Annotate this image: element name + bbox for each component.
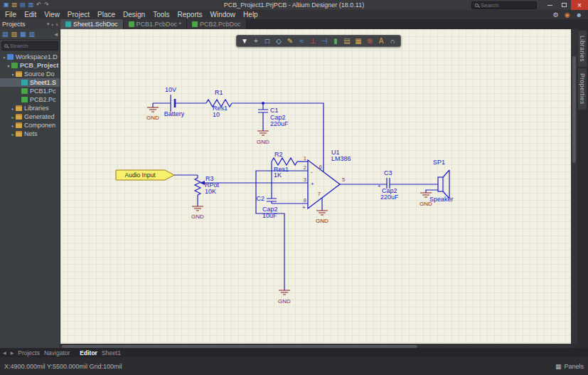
redo-icon[interactable]: ↷ [44, 0, 49, 10]
open-project-icon[interactable]: ▧ [11, 31, 18, 38]
gnd-symbol [257, 131, 269, 135]
projects-search-input[interactable] [10, 43, 51, 49]
capacitor-c2[interactable] [267, 199, 277, 201]
print-icon[interactable]: ▥ [28, 0, 34, 10]
close-icon[interactable]: × [55, 22, 58, 27]
user-icon[interactable]: ☻ [576, 11, 582, 19]
gnd-symbols[interactable] [147, 107, 432, 295]
menu-reports[interactable]: Reports [178, 11, 203, 19]
place-sheet-entry-icon[interactable]: ▦ [353, 36, 364, 46]
svg-text:8: 8 [304, 197, 306, 204]
place-sheet-icon[interactable]: ▤ [341, 36, 353, 46]
bottom-tab-editor[interactable]: Editor [80, 349, 97, 356]
titlebar-quick-access: ▣ ▧ ▤ ▥ ↶ ↷ [0, 0, 49, 10]
scroll-tabs-left-icon[interactable]: ◀ [3, 350, 6, 355]
menu-place[interactable]: Place [97, 11, 115, 19]
vertical-scrollbar[interactable] [571, 29, 577, 344]
place-part-icon[interactable]: ▮ [330, 36, 341, 46]
svg-text:C1: C1 [270, 107, 279, 114]
tab-libraries[interactable]: Libraries [578, 31, 587, 67]
resistor-r2[interactable] [272, 158, 297, 165]
bottom-tab-projects[interactable]: Projects [18, 349, 40, 356]
open-folder-icon[interactable]: ▧ [12, 0, 18, 10]
document-tab-bar: Projects ▾ ▪ × Sheet1.SchDoc PCB1.PcbDoc… [0, 19, 588, 29]
menu-edit[interactable]: Edit [24, 11, 36, 19]
menu-help[interactable]: Help [243, 11, 258, 19]
pin-icon[interactable]: ▪ [51, 22, 53, 27]
save-icon[interactable]: ▤ [20, 0, 26, 10]
tree-item-pcb1[interactable]: PCB1.Pc [0, 87, 60, 95]
potentiometer-r3[interactable] [195, 178, 205, 195]
undo-icon[interactable]: ↶ [36, 0, 41, 10]
capacitor-c1[interactable] [258, 110, 268, 112]
dropdown-icon[interactable]: ▾ [47, 21, 50, 27]
tab-pcb1-pcbdoc[interactable]: PCB1.PcbDoc * [124, 19, 188, 29]
menu-tools[interactable]: Tools [153, 11, 169, 19]
bottom-tab-sheet1[interactable]: Sheet1 [102, 349, 121, 356]
svg-text:10uF: 10uF [262, 212, 277, 219]
move-tool-icon[interactable]: + [250, 36, 262, 46]
maximize-button[interactable] [557, 0, 571, 10]
scroll-tabs-right-icon[interactable]: ▶ [11, 350, 14, 355]
bottom-tab-navigator[interactable]: Navigator [44, 349, 70, 356]
vertical-scrollbar-thumb[interactable] [572, 56, 576, 163]
tree-item-pcb-project[interactable]: ▾PCB_Project [0, 61, 60, 70]
folder-icon [16, 114, 22, 120]
menu-view[interactable]: View [44, 11, 60, 19]
schematic-canvas[interactable]: ▼ + □ ◇ ✎ ≈ ⊥ ⊣ ▮ ▤ ▦ ⊗ A ∩ [60, 29, 571, 344]
select-rect-icon[interactable]: □ [262, 36, 273, 46]
global-search-input[interactable] [481, 2, 530, 9]
place-pencil-icon[interactable]: ✎ [284, 36, 296, 46]
search-icon [4, 44, 8, 48]
menu-window[interactable]: Window [210, 11, 236, 19]
menu-file[interactable]: File [5, 11, 16, 19]
tree-item-generated[interactable]: ▸Generated [0, 112, 60, 121]
place-text-icon[interactable]: A [375, 36, 387, 46]
notification-icon[interactable]: ◉ [565, 11, 570, 19]
tree-item-libraries[interactable]: ▸Libraries [0, 104, 60, 112]
tree-item-source-documents[interactable]: ▾Source Do [0, 70, 60, 78]
speaker-sp1[interactable] [438, 170, 449, 199]
projects-panel-title: Projects [2, 21, 26, 28]
svg-text:5: 5 [342, 176, 345, 183]
tree-item-pcb2[interactable]: PCB2.Pc [0, 95, 60, 104]
gnd-symbol [279, 290, 290, 295]
scroll-left-icon[interactable]: ◂ [54, 31, 58, 38]
place-wire-icon[interactable]: ≈ [296, 36, 307, 46]
port-audio-input[interactable]: Audio Input [116, 170, 174, 180]
place-arc-icon[interactable]: ∩ [387, 36, 398, 46]
schematic-drawing[interactable]: GND GND GND GND GND GND Audio Input 10V … [60, 29, 571, 344]
svg-text:GND: GND [278, 298, 291, 305]
tree-item-nets[interactable]: ▸Nets [0, 130, 60, 138]
tab-sheet1-schdoc[interactable]: Sheet1.SchDoc [60, 19, 124, 29]
panels-button[interactable]: ▦ Panels [555, 363, 584, 370]
tree-item-sheet1[interactable]: Sheet1.S [0, 78, 60, 87]
pcb-doc-icon [129, 21, 134, 27]
place-noerc-icon[interactable]: ⊗ [364, 36, 375, 46]
project-icon [11, 63, 18, 68]
place-probe-icon[interactable]: ⊥ [307, 36, 319, 46]
status-bar: X:4900.000mil Y:5500.000mil Grid:100mil … [0, 357, 588, 375]
new-document-icon[interactable]: ▣ [4, 0, 9, 10]
gear-icon[interactable]: ⚙ [553, 11, 559, 19]
close-icon: × [577, 1, 582, 9]
tree-item-workspace[interactable]: ▾Workspace1.D [0, 53, 60, 61]
menu-project[interactable]: Project [68, 11, 90, 19]
battery-bt1[interactable] [171, 95, 175, 112]
close-button[interactable]: × [571, 0, 588, 10]
panel-settings-icon[interactable]: ▥ [29, 31, 36, 38]
select-lasso-icon[interactable]: ◇ [273, 36, 284, 46]
tab-pcb2-pcbdoc[interactable]: PCB2.PcbDoc [187, 19, 247, 29]
minimize-button[interactable] [542, 0, 557, 10]
projects-search-box[interactable] [1, 41, 58, 51]
filter-tool-icon[interactable]: ▼ [239, 36, 250, 46]
global-search-box[interactable] [471, 1, 537, 9]
tree-item-components[interactable]: ▸Componen [0, 121, 60, 130]
svg-text:6: 6 [319, 164, 322, 170]
menu-design[interactable]: Design [123, 11, 145, 19]
save-all-icon[interactable]: ▤ [2, 31, 9, 38]
compile-icon[interactable]: ▦ [20, 31, 26, 38]
place-bus-icon[interactable]: ⊣ [319, 36, 330, 46]
tab-properties[interactable]: Properties [578, 68, 587, 110]
svg-text:LM386: LM386 [331, 155, 351, 162]
